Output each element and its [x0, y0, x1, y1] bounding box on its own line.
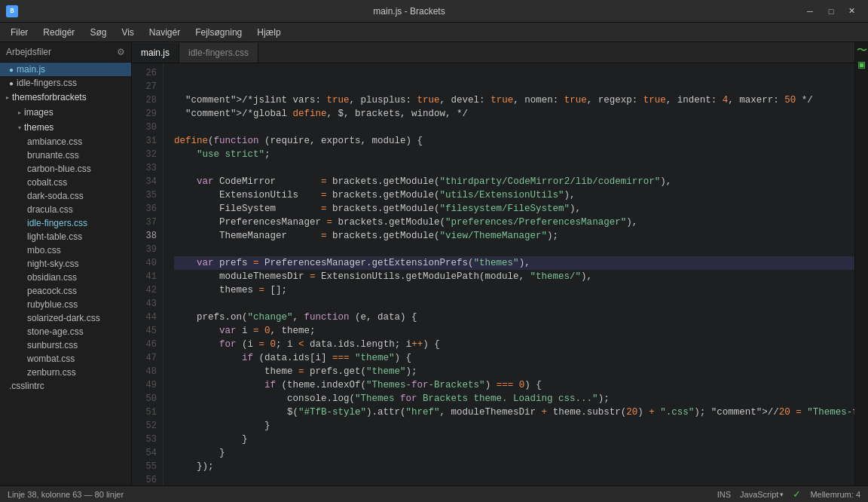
menu-item-filer[interactable]: Filer — [3, 26, 35, 39]
code-line-29: define(function (require, exports, modul… — [174, 134, 854, 148]
theme-file-rubyblue-css[interactable]: rubyblue.css — [18, 298, 131, 311]
minimize-button[interactable]: ─ — [800, 3, 820, 20]
csslintrc-name: .csslintrc — [9, 381, 44, 391]
theme-file-peacock-css[interactable]: peacock.css — [18, 284, 131, 298]
line-num-49: 49 — [132, 378, 157, 392]
menu-bar: FilerRedigérSøgVisNavigérFejlsøgningHjæl… — [0, 23, 868, 42]
theme-file-brunante-css[interactable]: brunante.css — [18, 148, 131, 162]
line-num-42: 42 — [132, 283, 157, 297]
main-layout: Arbejdsfiler ⚙ ● main.js ● idle-fingers.… — [0, 42, 868, 485]
theme-file-stone-age-css[interactable]: stone-age.css — [18, 325, 131, 338]
code-line-35: PreferencesManager = brackets.getModule(… — [174, 216, 854, 229]
line-num-34: 34 — [132, 175, 157, 188]
line-num-30: 30 — [132, 121, 157, 134]
code-line-39: moduleThemesDir = ExtensionUtils.getModu… — [174, 270, 854, 283]
code-content[interactable]: "comment">/*jslint vars: true, plusplus:… — [164, 63, 854, 485]
code-line-28 — [174, 121, 854, 134]
gear-icon[interactable]: ⚙ — [117, 47, 125, 57]
line-num-51: 51 — [132, 406, 157, 419]
theme-file-cobalt-css[interactable]: cobalt.css — [18, 176, 131, 189]
theme-file-ambiance-css[interactable]: ambiance.css — [18, 135, 131, 148]
code-line-31 — [174, 161, 854, 175]
line-num-56: 56 — [132, 473, 157, 485]
themes-folder-container: ▾ themes ambiance.cssbrunante.csscarbon-… — [0, 120, 131, 379]
line-num-47: 47 — [132, 351, 157, 365]
status-left: Linje 38, kolonne 63 — 80 linjer — [8, 490, 124, 499]
code-line-45: if (data.ids[i] === "theme") { — [174, 351, 854, 365]
maximize-button[interactable]: □ — [821, 3, 841, 20]
right-sidebar: 〜 ▣ — [854, 42, 868, 485]
menu-item-søg[interactable]: Søg — [82, 26, 114, 39]
line-num-45: 45 — [132, 324, 157, 338]
line-num-32: 32 — [132, 148, 157, 161]
theme-file-night-sky-css[interactable]: night-sky.css — [18, 257, 131, 271]
close-button[interactable]: ✕ — [842, 3, 862, 20]
code-line-30: "use strict"; — [174, 148, 854, 161]
code-line-36: ThemeManager = brackets.getModule("view/… — [174, 229, 854, 243]
code-line-49: $("#TfB-style").attr("href", moduleTheme… — [174, 406, 854, 419]
file-tree[interactable]: ● main.js ● idle-fingers.css ▸ themesfor… — [0, 63, 131, 485]
theme-file-wombat-css[interactable]: wombat.css — [18, 352, 131, 366]
theme-file-obsidian-css[interactable]: obsidian.css — [18, 271, 131, 284]
status-right: INS JavaScript ▾ ✓ Mellemrum: 4 — [717, 488, 860, 500]
images-folder[interactable]: ▸ images — [12, 105, 131, 120]
code-line-47: if (theme.indexOf("Themes-for-Brackets")… — [174, 378, 854, 392]
line-num-54: 54 — [132, 446, 157, 460]
sidebar: Arbejdsfiler ⚙ ● main.js ● idle-fingers.… — [0, 42, 132, 485]
window-controls: ─ □ ✕ — [800, 3, 862, 20]
images-folder-container: ▸ images — [0, 105, 131, 120]
minimap-icon[interactable]: 〜 — [857, 45, 867, 56]
title-bar-left: B — [6, 5, 18, 17]
code-line-38: var prefs = PreferencesManager.getExtens… — [174, 256, 854, 270]
theme-file-mbo-css[interactable]: mbo.css — [18, 243, 131, 257]
code-line-43: var i = 0, theme; — [174, 324, 854, 338]
line-num-52: 52 — [132, 419, 157, 433]
root-folder-name: themesforbrackets — [12, 92, 87, 103]
code-line-54 — [174, 473, 854, 485]
code-line-37 — [174, 243, 854, 256]
root-folder[interactable]: ▸ themesforbrackets — [0, 90, 131, 105]
editor-tabs: main.js idle-fingers.css — [132, 42, 854, 63]
working-file-idle[interactable]: ● idle-fingers.css — [0, 76, 131, 90]
file-icon: ● — [9, 79, 14, 87]
code-line-46: theme = prefs.get("theme"); — [174, 365, 854, 378]
themes-children: ambiance.cssbrunante.csscarbon-blue.cssc… — [12, 135, 131, 379]
menu-item-hjælp[interactable]: Hjælp — [249, 26, 288, 39]
menu-item-navigér[interactable]: Navigér — [142, 26, 188, 39]
theme-file-light-table-css[interactable]: light-table.css — [18, 230, 131, 243]
theme-file-dracula-css[interactable]: dracula.css — [18, 203, 131, 216]
line-num-33: 33 — [132, 161, 157, 175]
line-num-55: 55 — [132, 460, 157, 473]
tab-idle-fingers[interactable]: idle-fingers.css — [179, 43, 258, 63]
insert-mode: INS — [717, 490, 731, 499]
menu-item-redigér[interactable]: Redigér — [35, 26, 82, 39]
themes-folder[interactable]: ▾ themes — [12, 120, 131, 135]
code-line-32: var CodeMirror = brackets.getModule("thi… — [174, 175, 854, 188]
indent-setting[interactable]: Mellemrum: 4 — [810, 490, 860, 499]
code-line-26: "comment">/*jslint vars: true, plusplus:… — [174, 93, 854, 107]
csslintrc-file[interactable]: .csslintrc — [0, 379, 131, 393]
images-folder-name: images — [24, 107, 53, 118]
language-selector[interactable]: JavaScript ▾ — [740, 490, 784, 499]
themes-folder-name: themes — [24, 122, 53, 133]
theme-file-dark-soda-css[interactable]: dark-soda.css — [18, 189, 131, 203]
theme-file-solarized-dark-css[interactable]: solarized-dark.css — [18, 311, 131, 325]
tab-main-js[interactable]: main.js — [132, 43, 179, 63]
todo-icon[interactable]: ▣ — [857, 59, 867, 69]
theme-file-sunburst-css[interactable]: sunburst.css — [18, 338, 131, 352]
code-line-41 — [174, 297, 854, 311]
line-num-31: 31 — [132, 134, 157, 148]
theme-file-zenburn-css[interactable]: zenburn.css — [18, 366, 131, 379]
file-icon: ● — [9, 66, 14, 74]
line-numbers: 2627282930313233343536373839404142434445… — [132, 63, 164, 485]
working-file-main[interactable]: ● main.js — [0, 63, 131, 76]
theme-file-idle-fingers-css[interactable]: idle-fingers.css — [18, 216, 131, 230]
code-line-40: themes = []; — [174, 283, 854, 297]
menu-item-fejlsøgning[interactable]: Fejlsøgning — [188, 26, 249, 39]
code-line-52: } — [174, 446, 854, 460]
code-editor: 2627282930313233343536373839404142434445… — [132, 63, 854, 485]
theme-file-carbon-blue-css[interactable]: carbon-blue.css — [18, 162, 131, 176]
code-line-53: }); — [174, 460, 854, 473]
line-num-36: 36 — [132, 202, 157, 216]
menu-item-vis[interactable]: Vis — [114, 26, 141, 39]
